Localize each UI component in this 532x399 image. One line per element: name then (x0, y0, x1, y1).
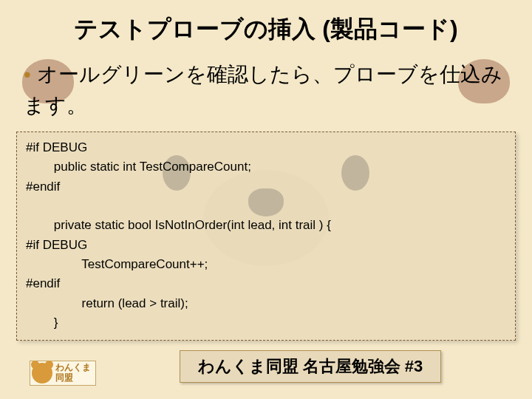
code-line-9: return (lead > trail); (26, 296, 188, 310)
code-line-5: private static bool IsNotInOrder(int lea… (26, 218, 331, 232)
bullet-line: •オールグリーンを確認したら、プローブを仕込みます。 (0, 46, 532, 121)
footer-title: わんくま同盟 名古屋勉強会 #3 (180, 350, 442, 383)
footer: わんくま 同盟 わんくま同盟 名古屋勉強会 #3 (0, 350, 532, 383)
logo-box: わんくま 同盟 (30, 361, 96, 386)
logo-line2: 同盟 (55, 373, 91, 383)
code-line-2: public static int TestCompareCount; (26, 160, 251, 174)
logo-line1: わんくま (55, 363, 91, 373)
logo-text: わんくま 同盟 (55, 363, 91, 383)
code-line-10: } (26, 316, 58, 330)
bear-logo-icon (32, 363, 52, 383)
code-block: #if DEBUG public static int TestCompareC… (16, 132, 516, 341)
code-line-7: TestCompareCount++; (26, 257, 208, 271)
code-line-8: #endif (26, 276, 60, 290)
code-line-6: #if DEBUG (26, 238, 87, 252)
code-line-3: #endif (26, 180, 60, 194)
bullet-text: オールグリーンを確認したら、プローブを仕込みます。 (24, 63, 502, 117)
slide-title: テストプローブの挿入 (製品コード) (0, 0, 532, 46)
code-line-1: #if DEBUG (26, 140, 87, 154)
bullet-marker: • (24, 63, 31, 86)
